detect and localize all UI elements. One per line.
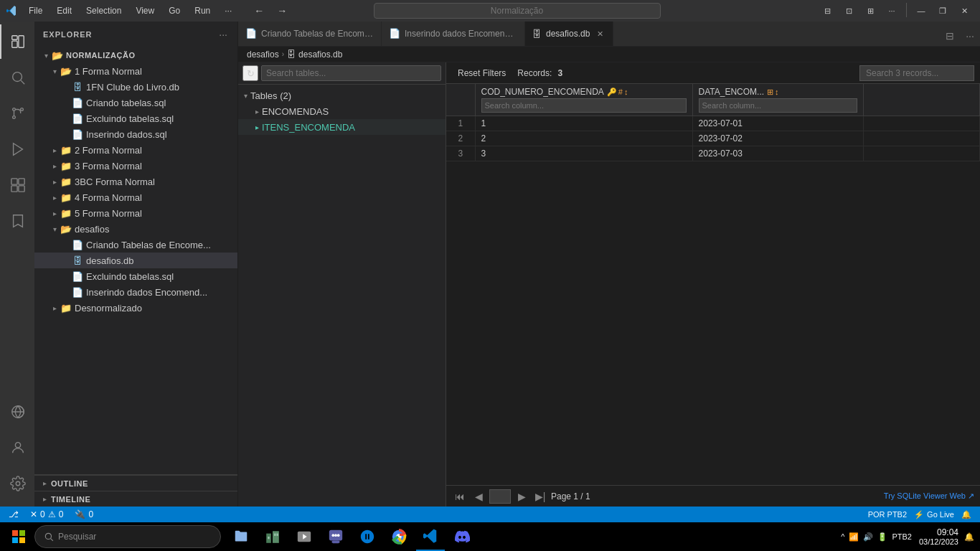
sidebar-item-1fn-clube[interactable]: 🗄 1FN Clube do Livro.db xyxy=(34,79,237,95)
db-prev-page-btn[interactable]: ◀ xyxy=(471,489,486,504)
taskbar-app-store[interactable] xyxy=(353,522,382,551)
db-tables-header[interactable]: ▾ Tables (2) xyxy=(238,88,446,103)
sidebar-item-desafios-folder[interactable]: ▾ 📂 desafios xyxy=(34,221,237,237)
statusbar-branch[interactable]: ⎇ xyxy=(6,509,22,519)
activitybar-search[interactable] xyxy=(0,60,34,95)
nav-back-btn[interactable]: ← xyxy=(249,3,269,19)
menu-selection[interactable]: Selection xyxy=(80,4,127,17)
menu-more[interactable]: ··· xyxy=(219,4,237,17)
sidebar-item-5-forma-normal[interactable]: ▸ 📁 5 Forma Normal xyxy=(34,205,237,221)
tray-volume-icon[interactable]: 🔊 xyxy=(863,532,873,542)
titlebar-search-input[interactable] xyxy=(374,3,661,19)
statusbar-remote[interactable]: 🔌 0 xyxy=(72,509,96,519)
db-search-records-input[interactable] xyxy=(859,65,974,81)
taskbar-app-media[interactable] xyxy=(290,522,319,551)
tab-inserindo[interactable]: 📄 Inserindo dados Encomendas.sql xyxy=(382,22,525,46)
menu-view[interactable]: View xyxy=(130,4,160,17)
sidebar-item-normalizacao[interactable]: ▾ 📂 NORMALIZAÇÃO xyxy=(34,47,237,63)
taskbar-search[interactable]: Pesquisar xyxy=(34,525,221,548)
sidebar-item-criando-tabelas[interactable]: 📄 Criando tabelas.sql xyxy=(34,95,237,110)
breadcrumb-desafios-db[interactable]: 🗄 desafios.db xyxy=(287,50,342,60)
sidebar-item-2-forma-normal[interactable]: ▸ 📁 2 Forma Normal xyxy=(34,142,237,158)
sidebar-item-3-forma-normal[interactable]: ▸ 📁 3 Forma Normal xyxy=(34,158,237,174)
menu-file[interactable]: File xyxy=(23,4,48,17)
activitybar-run-debug[interactable] xyxy=(0,132,34,166)
tab-criando[interactable]: 📄 Criando Tabelas de Encomendas.sql xyxy=(238,22,382,46)
panels-btn[interactable]: ⊞ xyxy=(860,3,880,19)
db-sqlite-viewer-link[interactable]: Try SQLite Viewer Web ↗ xyxy=(884,491,974,501)
db-table-encomendas[interactable]: ▸ ENCOMENDAS xyxy=(238,103,446,119)
split-editor-btn[interactable]: ⊟ xyxy=(940,26,960,46)
sidebar-item-criando-tabelas-encome[interactable]: 📄 Criando Tabelas de Encome... xyxy=(34,237,237,253)
activitybar-remote[interactable] xyxy=(0,395,34,429)
sidebar-more-btn[interactable]: ··· xyxy=(217,27,229,42)
taskbar-app-files[interactable] xyxy=(227,522,255,551)
sidebar-item-3bc-forma-normal[interactable]: ▸ 📁 3BC Forma Normal xyxy=(34,174,237,189)
db-first-page-btn[interactable]: ⏮ xyxy=(452,489,468,504)
sidebar-item-desafios-db[interactable]: 🗄 desafios.db xyxy=(34,253,237,268)
sidebar-item-desnormalizado[interactable]: ▸ 📁 Desnormalizado xyxy=(34,300,237,316)
db-table-wrapper: COD_NUMERO_ENCOMENDA 🔑 # ↕ xyxy=(446,84,980,485)
taskbar-app-chat[interactable] xyxy=(321,522,350,551)
more-btn[interactable]: ··· xyxy=(882,3,902,19)
table-row: 2 2 2023-07-02 xyxy=(446,131,980,146)
menu-go[interactable]: Go xyxy=(163,4,186,17)
sidebar-item-4-forma-normal[interactable]: ▸ 📁 4 Forma Normal xyxy=(34,189,237,205)
sidebar-item-1-forma-normal[interactable]: ▾ 📂 1 Forma Normal xyxy=(34,63,237,79)
activitybar-settings[interactable] xyxy=(0,466,34,501)
db-next-page-btn[interactable]: ▶ xyxy=(514,489,529,504)
tables-arrow-down-icon: ▾ xyxy=(244,92,248,100)
sidebar-item-inserindo-dados[interactable]: 📄 Inserindo dados.sql xyxy=(34,126,237,142)
db-table-itens-encomenda[interactable]: ▸ ITENS_ENCOMENDA xyxy=(238,119,446,135)
tab-desafios-db[interactable]: 🗄 desafios.db ✕ xyxy=(525,22,613,46)
col-search-data-input[interactable] xyxy=(699,98,857,113)
reset-filters-btn[interactable]: Reset Filters xyxy=(452,67,512,80)
split-btn[interactable]: ⊡ xyxy=(839,3,859,19)
tab-more-btn[interactable]: ··· xyxy=(960,26,980,46)
statusbar-errors[interactable]: ✕ 0 ⚠ 0 xyxy=(27,509,66,519)
sidebar-item-inserindo-encomend[interactable]: 📄 Inserindo dados Encomend... xyxy=(34,284,237,300)
tray-battery-icon[interactable]: 🔋 xyxy=(877,532,887,542)
activitybar-bookmark[interactable] xyxy=(0,204,34,238)
tray-wifi-icon[interactable]: 📶 xyxy=(849,532,859,542)
taskbar-clock[interactable]: 09:04 03/12/2023 xyxy=(919,527,961,546)
menu-run[interactable]: Run xyxy=(189,4,216,17)
activitybar-source-control[interactable] xyxy=(0,96,34,131)
tab-close-btn[interactable]: ✕ xyxy=(594,28,606,39)
taskbar-app-discord[interactable] xyxy=(448,522,476,551)
db-right-panel: Reset Filters Records: 3 COD_ xyxy=(446,62,980,507)
db-refresh-btn[interactable]: ↻ xyxy=(242,65,258,81)
timeline-section[interactable]: ▸ TIMELINE xyxy=(34,491,237,507)
col-search-cod-input[interactable] xyxy=(481,98,687,113)
statusbar-go-live[interactable]: ⚡ Go Live xyxy=(911,510,957,519)
taskbar-app-chrome[interactable] xyxy=(385,522,413,551)
db-search-tables-input[interactable] xyxy=(261,65,441,81)
restore-btn[interactable]: ❐ xyxy=(933,3,953,19)
db-page-input[interactable]: 1 xyxy=(489,489,511,504)
statusbar-notification[interactable]: 🔔 xyxy=(958,510,974,519)
statusbar: ⎇ ✕ 0 ⚠ 0 🔌 0 POR PTB2 ⚡ Go Live 🔔 xyxy=(0,507,980,522)
svg-rect-25 xyxy=(274,534,275,536)
notification-btn[interactable]: 🔔 xyxy=(964,532,974,542)
activitybar-account[interactable] xyxy=(0,430,34,465)
tray-expand-btn[interactable]: ^ xyxy=(841,532,844,541)
outline-section[interactable]: ▸ OUTLINE xyxy=(34,475,237,491)
folder-icon: 📁 xyxy=(60,144,72,156)
breadcrumb-desafios[interactable]: desafios xyxy=(247,50,279,60)
taskbar-app-vscode[interactable] xyxy=(416,522,445,551)
sidebar-item-excluindo-tabelas2[interactable]: 📄 Excluindo tabelas.sql xyxy=(34,268,237,284)
sidebar-item-excluindo-tabelas[interactable]: 📄 Excluindo tabelas.sql xyxy=(34,110,237,126)
db-last-page-btn[interactable]: ▶| xyxy=(532,489,548,504)
menu-edit[interactable]: Edit xyxy=(51,4,77,17)
taskbar-app-city[interactable] xyxy=(258,522,287,551)
close-btn[interactable]: ✕ xyxy=(954,3,974,19)
taskbar-start-btn[interactable] xyxy=(6,524,32,550)
go-live-icon: ⚡ xyxy=(914,510,924,519)
activitybar-explorer[interactable] xyxy=(0,24,34,59)
tray-lang[interactable]: PTB2 xyxy=(892,532,912,541)
activitybar-extensions[interactable] xyxy=(0,168,34,202)
minimize-btn[interactable]: — xyxy=(911,3,931,19)
statusbar-lang[interactable]: POR PTB2 xyxy=(865,510,910,519)
layout-btn[interactable]: ⊟ xyxy=(817,3,837,19)
nav-forward-btn[interactable]: → xyxy=(272,3,292,19)
